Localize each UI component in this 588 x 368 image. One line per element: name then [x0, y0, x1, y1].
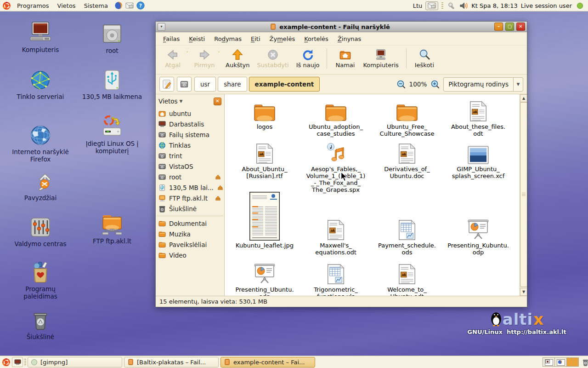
help-icon[interactable]: ?	[136, 1, 145, 10]
file-item[interactable]: Aesop's_Fables,_ Volume_1_(Fable_1) _-_T…	[300, 140, 371, 193]
trash-applet-icon[interactable]	[582, 358, 588, 367]
zoom-in-icon[interactable]	[430, 80, 440, 89]
sidebar-item-muzika[interactable]: Muzika	[156, 229, 224, 239]
desktop-icon-usb-big[interactable]: 130,5 MB laikmena	[78, 68, 147, 101]
workspace-1[interactable]	[543, 358, 555, 366]
sidebar-item-tinklas[interactable]: Tinklas	[156, 140, 224, 150]
keyboard-layout-indicator[interactable]: Ltu	[413, 2, 423, 9]
minimize-button[interactable]: –	[494, 23, 503, 31]
up-button[interactable]: Aukštyn	[222, 47, 253, 69]
sidebar-item--iuk-lin-[interactable]: Šiukšlinė	[156, 203, 224, 214]
close-button[interactable]: ✕	[516, 23, 525, 31]
menu-rodymas[interactable]: Rodymas	[209, 34, 246, 44]
computer-button[interactable]: Kompiuteris	[359, 47, 402, 69]
menu-failas[interactable]: Failas	[158, 34, 184, 44]
sidebar-close-button[interactable]: ✕	[214, 98, 221, 105]
path-button-share[interactable]: share	[218, 77, 247, 92]
menu-eiti[interactable]: Eiti	[246, 34, 265, 44]
titlebar[interactable]: ▾ example-content - Failų naršyklė – ▢ ✕	[156, 22, 527, 32]
task-button[interactable]: [gimpng]	[28, 357, 122, 368]
volume-icon[interactable]	[459, 1, 468, 10]
sidebar-item-ftp-ftp-akl-lt[interactable]: FTP ftp.akl.lt	[156, 193, 224, 203]
sidebar-item-paveiksl-liai[interactable]: Paveikslėliai	[156, 239, 224, 250]
file-item[interactable]: Kubuntu_leaflet.jpg	[229, 189, 300, 249]
sidebar-item-darbastalis[interactable]: Darbastalis	[156, 119, 224, 129]
file-item[interactable]: Payment_schedule. ods	[372, 189, 442, 256]
desktop-icon-sliders[interactable]: Valdymo centras	[6, 215, 75, 248]
stop-button[interactable]: Sustabdyti	[253, 47, 292, 69]
file-item[interactable]: Maxwell's_ equations.odt	[300, 189, 371, 256]
back-history-chevron[interactable]: ˅	[186, 51, 188, 56]
desktop-icon-installer[interactable]: Įdiegti Linux OS į kompiuterį	[78, 115, 147, 155]
window-menu-button[interactable]: ▾	[158, 23, 165, 31]
desktop-icon-netfolder[interactable]: FTP ftp.akl.lt	[78, 213, 147, 245]
desktop-icon-globe-net[interactable]: Tinklo serveriai	[6, 68, 75, 101]
panel-menu-programos[interactable]: Programos	[13, 1, 53, 10]
mail-icon[interactable]	[125, 1, 134, 10]
menu-žinynas[interactable]: Žinynas	[333, 34, 366, 44]
applet-handle[interactable]	[24, 359, 26, 365]
file-item[interactable]: GIMP_Ubuntu_ splash_screen.xcf	[443, 140, 514, 179]
scroll-up-icon[interactable]: ▲	[520, 94, 527, 102]
ubuntu-logo-icon[interactable]	[2, 1, 11, 10]
sidebar-item-ubuntu[interactable]: ubuntu	[156, 108, 224, 119]
panel-menu-vietos[interactable]: Vietos	[53, 1, 80, 10]
zoom-out-icon[interactable]	[396, 80, 406, 89]
file-item[interactable]: Presenting_Kubuntu. odp	[443, 189, 514, 256]
root-disk-button[interactable]	[177, 77, 192, 92]
workspace-2[interactable]	[555, 358, 567, 366]
mail-indicator-icon[interactable]	[425, 1, 438, 10]
desktop-icon-shortcut[interactable]: Pavyzdžiai	[6, 169, 75, 202]
menu-keisti[interactable]: Keisti	[184, 34, 209, 44]
maximize-button[interactable]: ▢	[505, 23, 514, 31]
task-button[interactable]: [Baltix-plakatas – Fail...	[124, 357, 219, 368]
back-button[interactable]: Atgal	[158, 47, 187, 69]
file-item[interactable]: About_these_files. odt	[443, 98, 514, 137]
task-button[interactable]: example-content – Fai...	[220, 357, 315, 368]
file-item[interactable]: Derivatives_of_ Ubuntu.doc	[372, 140, 442, 179]
chevron-down-icon[interactable]: ▼	[180, 99, 183, 104]
sidebar-item-trint[interactable]: trint	[156, 150, 224, 161]
menu-žymelės[interactable]: Žymelės	[265, 34, 300, 44]
sidebar-item-130-5-mb-lai-[interactable]: 130,5 MB lai...	[156, 182, 224, 193]
edit-location-button[interactable]	[159, 77, 174, 92]
forward-button[interactable]: Pirmyn	[190, 47, 219, 69]
file-item[interactable]: Ubuntu_adoption_ case_studies	[300, 98, 371, 137]
vertical-scrollbar[interactable]: ▲ ▼	[520, 94, 527, 296]
sidebar-item-vistaos[interactable]: VistaOS	[156, 161, 224, 172]
view-mode-select[interactable]: Piktogramų rodinys▼	[443, 77, 523, 92]
eject-icon[interactable]	[215, 173, 221, 180]
panel-menu-sistema[interactable]: Sistema	[80, 1, 112, 10]
eject-icon[interactable]	[217, 184, 224, 191]
sidebar-item-video[interactable]: Video	[156, 250, 224, 260]
workspace-3[interactable]	[567, 358, 578, 366]
sidebar-title[interactable]: Vietos	[158, 98, 178, 105]
user-switcher-label[interactable]: Live session user	[521, 2, 572, 9]
desktop-icon-computer[interactable]: Kompiuteris	[6, 21, 75, 54]
file-item[interactable]: Presenting_Ubuntu. odp	[229, 261, 300, 296]
scrollbar-thumb[interactable]	[520, 102, 527, 287]
sidebar-item-dokumentai[interactable]: Dokumentai	[156, 218, 224, 229]
desktop-icon-bag[interactable]: Programų paleidimas	[6, 260, 75, 300]
desktop-icon-globe[interactable]: Interneto naršyklė Firefox	[6, 123, 75, 163]
clock[interactable]: Kt Spa 8, 18:13	[471, 2, 517, 9]
sidebar-item-fail-sistema[interactable]: Failų sistema	[156, 129, 224, 140]
file-item[interactable]: logos	[229, 98, 300, 130]
applet-handle[interactable]	[441, 2, 443, 9]
show-desktop-button[interactable]	[12, 357, 23, 367]
sidebar-item-root[interactable]: root	[156, 172, 224, 182]
file-item[interactable]: Ubuntu_Free_ Culture_Showcase	[372, 98, 442, 137]
menu-kortelės[interactable]: Kortelės	[300, 34, 333, 44]
desktop-icon-hdd[interactable]: root	[78, 22, 147, 55]
reload-button[interactable]: Iš naujo	[293, 47, 323, 69]
desktop-icon-trash-big[interactable]: Šiukšlinė	[6, 308, 75, 341]
tool-key-icon[interactable]	[447, 1, 456, 10]
file-item[interactable]: About_Ubuntu_ [Russian].rtf	[229, 140, 300, 179]
scroll-down-icon[interactable]: ▼	[520, 288, 527, 296]
search-button[interactable]: Ieškoti	[410, 47, 439, 69]
eject-icon[interactable]	[215, 195, 221, 201]
firefox-icon[interactable]	[114, 1, 123, 10]
file-item[interactable]: Welcome_to_ Ubuntu.odt	[372, 261, 442, 296]
path-button-example-content[interactable]: example-content	[249, 77, 320, 92]
file-item[interactable]: Trigonometric_ functions.xls	[300, 261, 371, 296]
